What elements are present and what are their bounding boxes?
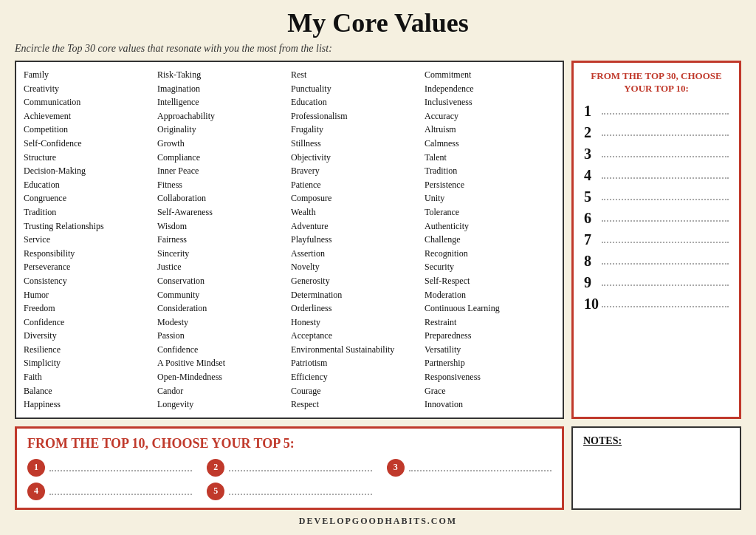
- value-item: Efficiency: [291, 370, 422, 384]
- circle-num: 1: [27, 459, 45, 477]
- value-item: Challenge: [425, 233, 555, 247]
- top5-item: 3: [387, 459, 551, 477]
- circle-num: 5: [207, 483, 224, 500]
- top10-num: 9: [584, 274, 597, 291]
- top5-item: 1: [27, 459, 192, 477]
- value-item: Generosity: [291, 274, 422, 288]
- value-item: Sincerity: [157, 247, 288, 261]
- dotted-line: [602, 150, 729, 157]
- value-item: Confidence: [24, 316, 154, 330]
- top10-num: 4: [584, 167, 597, 184]
- value-item: Security: [425, 260, 555, 274]
- value-item: Freedom: [24, 301, 154, 316]
- value-item: Respect: [291, 398, 422, 412]
- value-item: Collaboration: [157, 191, 288, 205]
- top10-line: 3: [584, 146, 729, 163]
- top10-line: 9: [584, 274, 729, 291]
- value-item: Authenticity: [425, 219, 555, 234]
- value-item: Rest: [291, 68, 422, 82]
- value-item: Acceptance: [291, 329, 422, 343]
- top10-num: 7: [584, 231, 597, 248]
- value-item: Justice: [157, 260, 288, 274]
- value-item: Preparedness: [425, 329, 555, 343]
- footer: DEVELOPGOODHABITS.COM: [15, 516, 741, 527]
- value-item: Balance: [24, 384, 154, 398]
- value-item: Approachability: [157, 109, 288, 123]
- dotted-line: [49, 488, 192, 495]
- value-item: Fitness: [157, 178, 288, 192]
- top10-title: FROM THE TOP 30, CHOOSE YOUR TOP 10:: [584, 70, 729, 95]
- value-item: Diversity: [24, 329, 154, 343]
- top10-line: 8: [584, 253, 729, 270]
- value-item: Orderliness: [291, 301, 422, 316]
- value-item: Unity: [425, 191, 555, 205]
- value-item: Composure: [291, 191, 422, 205]
- dotted-line: [602, 129, 729, 136]
- top10-num: 1: [584, 103, 597, 120]
- values-box: FamilyCreativityCommunicationAchievement…: [15, 61, 564, 419]
- value-item: Grace: [425, 384, 555, 398]
- value-item: Achievement: [24, 109, 154, 123]
- value-item: Bravery: [291, 164, 422, 178]
- value-item: Assertion: [291, 247, 422, 261]
- value-item: Consideration: [157, 301, 288, 316]
- top10-num: 6: [584, 210, 597, 227]
- value-item: Commitment: [425, 68, 555, 82]
- page-title: My Core Values: [15, 7, 741, 38]
- top10-line: 6: [584, 210, 729, 227]
- value-item: Modesty: [157, 316, 288, 330]
- value-item: Frugality: [291, 123, 422, 137]
- value-item: Talent: [425, 151, 555, 165]
- value-item: Tradition: [24, 205, 154, 219]
- dotted-line: [229, 488, 371, 495]
- value-item: Faith: [24, 370, 154, 384]
- col4: CommitmentIndependenceInclusivenessAccur…: [425, 68, 555, 412]
- value-item: Growth: [157, 137, 288, 151]
- value-item: Structure: [24, 151, 154, 165]
- value-item: Candor: [157, 384, 288, 398]
- top10-num: 8: [584, 253, 597, 270]
- value-item: Persistence: [425, 178, 555, 192]
- value-item: Education: [291, 95, 422, 109]
- value-item: Humor: [24, 288, 154, 302]
- value-item: Patriotism: [291, 356, 422, 370]
- value-item: Open-Mindedness: [157, 370, 288, 384]
- col3: RestPunctualityEducationProfessionalismF…: [291, 68, 422, 412]
- value-item: Education: [24, 178, 154, 192]
- value-item: Environmental Sustainability: [291, 343, 422, 357]
- top10-num: 2: [584, 124, 597, 141]
- value-item: Patience: [291, 178, 422, 192]
- value-item: Risk-Taking: [157, 68, 288, 82]
- value-item: Accuracy: [425, 109, 555, 123]
- value-item: Congruence: [24, 191, 154, 205]
- value-item: Intelligence: [157, 95, 288, 109]
- value-item: Self-Awareness: [157, 205, 288, 219]
- top5-row2: 45: [27, 483, 551, 500]
- value-item: Self-Respect: [425, 274, 555, 288]
- value-item: Continuous Learning: [425, 301, 555, 316]
- value-item: Confidence: [157, 343, 288, 357]
- value-item: A Positive Mindset: [157, 356, 288, 370]
- value-item: Conservation: [157, 274, 288, 288]
- dotted-line: [602, 107, 729, 115]
- value-item: Simplicity: [24, 356, 154, 370]
- notes-title: NOTES:: [583, 435, 729, 447]
- value-item: Service: [24, 233, 154, 247]
- value-item: Inner Peace: [157, 164, 288, 178]
- value-item: Self-Confidence: [24, 137, 154, 151]
- circle-num: 2: [207, 459, 224, 477]
- value-item: Resilience: [24, 343, 154, 357]
- top10-line: 10: [584, 296, 729, 313]
- value-item: Inclusiveness: [425, 95, 555, 109]
- value-item: Responsiveness: [425, 370, 555, 384]
- top10-line: 7: [584, 231, 729, 248]
- value-item: Creativity: [24, 82, 154, 96]
- value-item: Family: [24, 68, 154, 82]
- value-item: Longevity: [157, 398, 288, 412]
- notes-box: NOTES:: [571, 426, 741, 510]
- circle-num: 4: [27, 483, 45, 500]
- top5-item: 4: [27, 483, 192, 500]
- value-item: Versatility: [425, 343, 555, 357]
- dotted-line: [602, 300, 729, 307]
- value-item: Passion: [157, 329, 288, 343]
